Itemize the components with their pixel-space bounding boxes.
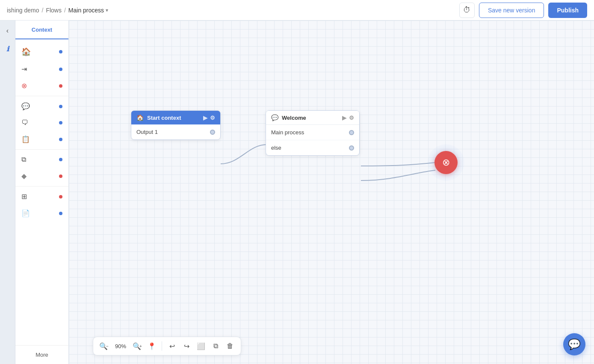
start-title: Start context — [147, 115, 181, 121]
copy-frames-icon: ⧉ — [213, 342, 218, 350]
welcome-play-icon[interactable]: ▶ — [342, 115, 346, 121]
message-dot — [59, 105, 62, 108]
chat-support-icon: 💬 — [568, 338, 581, 350]
delete-icon: 🗑 — [227, 342, 233, 350]
cancel-x-icon: ⊗ — [442, 157, 450, 168]
cancel-icon: ⊗ — [21, 82, 27, 90]
sidebar-item-apps[interactable]: ⊞ — [15, 188, 68, 205]
output-dot-1 — [210, 130, 215, 135]
history-icon: ⏱ — [463, 6, 471, 15]
start-icon: 🏠 — [136, 114, 144, 121]
welcome-icon: 💬 — [271, 114, 278, 121]
start-output-row: Output 1 — [131, 124, 220, 139]
sidebar-item-form[interactable]: 📋 — [15, 131, 68, 148]
redo-button[interactable]: ↪ — [180, 340, 193, 352]
input-dot — [59, 68, 62, 71]
welcome-node[interactable]: 💬 Welcome ▶ ⚙ Main process else — [266, 110, 360, 156]
condition-icon: ◆ — [21, 172, 27, 180]
locate-icon: 📍 — [148, 342, 156, 350]
welcome-title: Welcome — [282, 115, 306, 121]
input-icon: ⇥ — [21, 65, 27, 73]
collapse-icon: ‹ — [6, 27, 9, 35]
chat-support-button[interactable]: 💬 — [563, 333, 585, 355]
start-context-header: 🏠 Start context ▶ ⚙ — [131, 111, 220, 124]
home-icon: 🏠 — [21, 47, 31, 56]
copy-dot — [59, 158, 62, 161]
output-dot-main — [349, 130, 354, 135]
bottom-toolbar: 🔍− 90% 🔍+ 📍 ↩ ↪ ⬜ ⧉ 🗑 — [93, 337, 241, 355]
sidebar-items: 🏠 ⇥ ⊗ 💬 🗨 — [15, 39, 68, 345]
sidebar-item-cancel[interactable]: ⊗ — [15, 77, 68, 94]
cancel-node[interactable]: ⊗ — [434, 151, 458, 174]
sidebar-item-copy[interactable]: ⧉ — [15, 151, 68, 168]
redo-icon: ↪ — [184, 342, 189, 350]
breadcrumb-current: Main process ▾ — [68, 7, 108, 14]
delete-button[interactable]: 🗑 — [224, 340, 236, 352]
sidebar-tab-context[interactable]: Context — [15, 21, 68, 39]
header-actions: ⏱ Save new version Publish — [459, 3, 587, 18]
undo-button[interactable]: ↩ — [165, 340, 178, 352]
sidebar-item-condition[interactable]: ◆ — [15, 168, 68, 184]
cancel-circle: ⊗ — [434, 151, 458, 174]
sidebar-item-chat[interactable]: 🗨 — [15, 115, 68, 131]
main-process-label: Main process — [271, 129, 304, 136]
chat-icon: 🗨 — [21, 119, 28, 127]
sidebar-item-document[interactable]: 📄 — [15, 205, 68, 222]
main-layout: ‹ ℹ Context 🏠 ⇥ ⊗ — [0, 21, 594, 364]
start-context-node[interactable]: 🏠 Start context ▶ ⚙ Output 1 — [131, 110, 221, 140]
cancel-dot — [59, 84, 62, 88]
apps-dot — [59, 195, 62, 198]
else-label: else — [271, 145, 281, 151]
connections-svg — [69, 21, 594, 364]
document-icon: 📄 — [21, 209, 30, 217]
zoom-out-minus: − — [106, 344, 109, 349]
apps-icon: ⊞ — [21, 192, 27, 201]
welcome-settings-icon[interactable]: ⚙ — [349, 115, 354, 121]
breadcrumb: ishing demo / Flows / Main process ▾ — [7, 7, 108, 14]
form-dot — [59, 138, 62, 141]
welcome-output-main: Main process — [266, 125, 359, 140]
form-icon: 📋 — [21, 135, 30, 143]
sidebar-more-button[interactable]: More — [15, 345, 68, 364]
save-new-version-button[interactable]: Save new version — [479, 3, 544, 18]
start-context-body: Output 1 — [131, 124, 220, 139]
output-dot-else — [349, 145, 354, 151]
sidebar-item-home[interactable]: 🏠 — [15, 43, 68, 61]
chat-dot — [59, 121, 62, 124]
sidebar-divider-1 — [15, 96, 68, 96]
info-button[interactable]: ℹ — [2, 43, 14, 55]
zoom-out-button[interactable]: 🔍− — [98, 340, 110, 352]
condition-dot — [59, 175, 62, 178]
far-left-panel: ‹ ℹ — [0, 21, 15, 364]
frame-icon: ⬜ — [197, 342, 205, 350]
canvas[interactable]: 🏠 Start context ▶ ⚙ Output 1 💬 — [69, 21, 594, 364]
sidebar: Context 🏠 ⇥ ⊗ 💬 — [15, 21, 69, 364]
output-label: Output 1 — [136, 129, 158, 135]
publish-button[interactable]: Publish — [548, 3, 587, 18]
collapse-button[interactable]: ‹ — [2, 25, 14, 37]
home-dot — [59, 50, 62, 53]
welcome-body: Main process else — [266, 125, 359, 155]
zoom-in-button[interactable]: 🔍+ — [131, 340, 144, 352]
history-button[interactable]: ⏱ — [459, 3, 475, 18]
info-icon: ℹ — [6, 45, 9, 53]
chevron-down-icon: ▾ — [106, 7, 108, 13]
sidebar-divider-3 — [15, 186, 68, 186]
copy-frames-button[interactable]: ⧉ — [209, 340, 222, 352]
copy-icon: ⧉ — [21, 156, 26, 163]
header: ishing demo / Flows / Main process ▾ ⏱ S… — [0, 0, 594, 21]
sidebar-item-message[interactable]: 💬 — [15, 98, 68, 115]
sidebar-item-input[interactable]: ⇥ — [15, 61, 68, 77]
breadcrumb-flows[interactable]: Flows — [46, 7, 62, 14]
frame-button[interactable]: ⬜ — [195, 340, 207, 352]
start-play-icon[interactable]: ▶ — [203, 115, 207, 121]
locate-button[interactable]: 📍 — [145, 340, 158, 352]
document-dot — [59, 212, 62, 215]
breadcrumb-sep2: / — [64, 7, 66, 14]
zoom-in-plus: + — [139, 344, 142, 349]
breadcrumb-app[interactable]: ishing demo — [7, 7, 39, 14]
breadcrumb-sep1: / — [42, 7, 44, 14]
message-icon: 💬 — [21, 102, 30, 110]
start-settings-icon[interactable]: ⚙ — [210, 115, 215, 121]
undo-icon: ↩ — [169, 342, 175, 350]
